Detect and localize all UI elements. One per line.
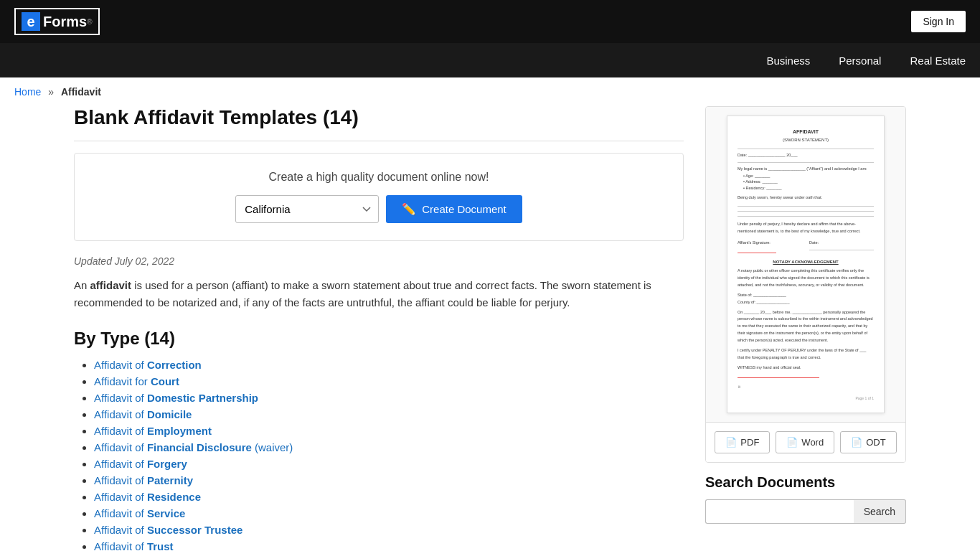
nav-real-estate[interactable]: Real Estate [910, 55, 966, 67]
list-item: Affidavit of Domicile [94, 408, 684, 420]
affidavit-financial-link[interactable]: Affidavit of Financial Disclosure (waive… [94, 441, 293, 453]
doc-mock-final-sig [738, 377, 819, 378]
doc-mock-page-num: Page 1 of 1 [738, 395, 874, 401]
list-item: Affidavit of Successor Trustee [94, 524, 684, 536]
affidavit-domestic-link[interactable]: Affidavit of Domestic Partnership [94, 392, 258, 404]
doc-mock-line5 [738, 216, 874, 217]
doc-mock-on-text: On _______ 20___ before me, ____________… [738, 309, 874, 344]
doc-mock-bullet-residency: • Residency: _______ [743, 185, 874, 192]
affidavit-paternity-link[interactable]: Affidavit of Paternity [94, 474, 193, 486]
list-item: Affidavit of Financial Disclosure (waive… [94, 441, 684, 453]
doc-mock-line3 [738, 206, 874, 207]
list-item: Affidavit of Employment [94, 425, 684, 437]
doc-mock-penalty-text: Under penalty of perjury, I hereby decla… [738, 221, 874, 235]
doc-mock-sworn-text: Being duly sworn, hereby swear under oat… [738, 194, 874, 202]
desc-part2: is used for a person (affiant) to make a… [74, 279, 651, 309]
doc-mock-line1 [738, 149, 874, 149]
affidavit-residence-link[interactable]: Affidavit of Residence [94, 491, 201, 503]
doc-mock-state-line: State of: _______________ [738, 292, 874, 299]
doc-mock-file-icon: 🗎 [738, 384, 874, 390]
list-item: Affidavit of Forgery [94, 458, 684, 470]
desc-part1: An [74, 279, 90, 291]
list-item: Affidavit of Trust [94, 540, 684, 551]
doc-mock-date-line: Date: _________________ 20___ [738, 152, 874, 159]
state-select[interactable]: California AlabamaAlaskaArizona Arkansas… [235, 195, 379, 223]
search-docs-title: Search Documents [705, 474, 906, 491]
search-input[interactable] [705, 499, 854, 524]
page-title: Blank Affidavit Templates (14) [74, 106, 684, 141]
doc-mock-subtitle: (SWORN STATEMENT) [738, 137, 874, 144]
list-item: Affidavit of Paternity [94, 474, 684, 486]
logo[interactable]: e Forms® [14, 8, 100, 35]
doc-mock-sig-line [738, 253, 776, 253]
affidavit-employment-link[interactable]: Affidavit of Employment [94, 425, 212, 437]
desc-bold: affidavit [90, 279, 132, 291]
list-item: Affidavit of Domestic Partnership [94, 392, 684, 404]
affidavit-successor-link[interactable]: Affidavit of Successor Trustee [94, 524, 242, 536]
description: An affidavit is used for a person (affia… [74, 277, 684, 311]
main-content: Blank Affidavit Templates (14) Create a … [74, 106, 684, 551]
logo-reg: ® [87, 18, 92, 26]
doc-mock-date-label: Date: [809, 240, 874, 247]
doc-mock-sig-label: Affiant's Signature: [738, 240, 802, 247]
doc-mock-date-line2 [809, 250, 874, 250]
doc-mock-county-line: County of: _______________ [738, 299, 874, 306]
breadcrumb-separator: » [48, 86, 54, 98]
doc-mock-title: AFFIDAVIT [738, 128, 874, 136]
doc-format-buttons: 📄 PDF 📄 Word 📄 ODT [706, 422, 905, 462]
create-document-button[interactable]: ✏️ Create Document [386, 195, 522, 223]
affidavit-court-link[interactable]: Affidavit for Court [94, 375, 179, 387]
breadcrumb-home[interactable]: Home [14, 86, 41, 98]
doc-mock-bullet-address: • Address: _______ [743, 179, 874, 185]
breadcrumb-current: Affidavit [61, 86, 101, 98]
affidavit-domicile-link[interactable]: Affidavit of Domicile [94, 408, 192, 420]
affidavit-service-link[interactable]: Affidavit of Service [94, 507, 185, 519]
affidavit-correction-link[interactable]: Affidavit of Correction [94, 359, 202, 371]
pencil-icon: ✏️ [402, 202, 416, 216]
create-btn-label: Create Document [422, 203, 507, 215]
doc-preview-image: AFFIDAVIT (SWORN STATEMENT) Date: ______… [706, 107, 905, 422]
search-docs-box: Search [705, 499, 906, 524]
doc-mock-notary-title: NOTARY ACKNOWLEDGEMENT [738, 259, 874, 266]
create-doc-controls: California AlabamaAlaskaArizona Arkansas… [92, 195, 666, 223]
doc-mock: AFFIDAVIT (SWORN STATEMENT) Date: ______… [727, 116, 885, 413]
pdf-button[interactable]: 📄 PDF [715, 431, 770, 453]
create-doc-section: Create a high quality document online no… [74, 153, 684, 241]
affidavit-trust-link[interactable]: Affidavit of Trust [94, 540, 174, 551]
updated-date: Updated July 02, 2022 [74, 255, 684, 267]
search-button[interactable]: Search [854, 499, 906, 524]
doc-mock-bullet-age: • Age: _______ [743, 173, 874, 179]
word-label: Word [801, 437, 824, 448]
pdf-label: PDF [740, 437, 759, 448]
doc-mock-certify-text: I certify under PENALTY OF PERJURY under… [738, 347, 874, 362]
nav-business[interactable]: Business [766, 55, 810, 67]
main-layout: Blank Affidavit Templates (14) Create a … [60, 106, 920, 551]
doc-mock-legal-name: My legal name is _________________ ("Aff… [738, 166, 874, 173]
list-item: Affidavit of Residence [94, 491, 684, 503]
odt-button[interactable]: 📄 ODT [840, 431, 896, 453]
affidavit-forgery-link[interactable]: Affidavit of Forgery [94, 458, 187, 470]
search-docs-section: Search Documents Search [705, 474, 906, 524]
by-type-list: Affidavit of Correction Affidavit for Co… [74, 359, 684, 551]
top-bar: e Forms® Sign In [0, 0, 980, 43]
breadcrumb: Home » Affidavit [0, 77, 980, 106]
logo-forms-text: Forms [43, 14, 87, 30]
doc-preview: AFFIDAVIT (SWORN STATEMENT) Date: ______… [705, 106, 906, 463]
pdf-icon: 📄 [725, 437, 737, 448]
doc-mock-line2 [738, 162, 874, 163]
nav-personal[interactable]: Personal [839, 55, 881, 67]
sign-in-button[interactable]: Sign In [911, 11, 966, 32]
doc-mock-witness-text: WITNESS my hand and official seal. [738, 364, 874, 372]
by-type-title: By Type (14) [74, 329, 684, 349]
list-item: Affidavit of Service [94, 507, 684, 519]
logo-e-icon: e [22, 12, 40, 31]
doc-mock-notary-text: A notary public or other officer complet… [738, 268, 874, 289]
odt-icon: 📄 [851, 437, 862, 448]
word-button[interactable]: 📄 Word [776, 431, 834, 453]
list-item: Affidavit for Court [94, 375, 684, 387]
word-icon: 📄 [786, 437, 798, 448]
odt-label: ODT [866, 437, 885, 448]
create-doc-prompt: Create a high quality document online no… [92, 171, 666, 184]
list-item: Affidavit of Correction [94, 359, 684, 371]
doc-mock-line4 [738, 211, 874, 212]
